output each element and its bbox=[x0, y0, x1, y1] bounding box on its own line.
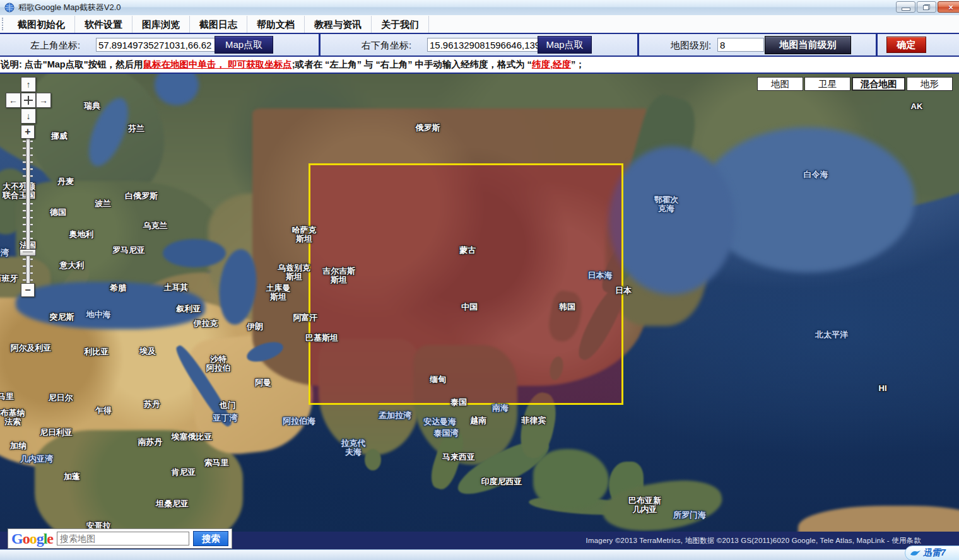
pan-left-button[interactable]: ← bbox=[6, 93, 21, 108]
google-search-panel: Google 搜索 bbox=[8, 528, 232, 549]
bird-icon bbox=[910, 549, 921, 557]
instruction-segment: 说明: 点击"Map点取"按钮，然后用 bbox=[1, 59, 143, 69]
attribution-text: Imagery ©2013 TerraMetrics, 地图数据 ©2013 G… bbox=[586, 536, 921, 545]
map-label: 比斯开湾 bbox=[0, 248, 9, 257]
title-bar: 稻歌Google Map截获器V2.0 × bbox=[0, 0, 959, 16]
sea-black-sea bbox=[163, 239, 226, 267]
map-type-switcher: 地图卫星混合地图地形 bbox=[756, 77, 953, 91]
map-search-input[interactable] bbox=[57, 532, 189, 545]
terrain-australia bbox=[798, 506, 959, 532]
map-label: 北太平洋 bbox=[815, 330, 848, 339]
instruction-text: 说明: 点击"Map点取"按钮，然后用鼠标在地图中单击， 即可获取坐标点;或者在… bbox=[1, 59, 585, 71]
menu-item[interactable]: 关于我们 bbox=[372, 16, 429, 33]
pan-down-button[interactable]: ↓ bbox=[21, 108, 36, 124]
zoom-slider-rail[interactable] bbox=[26, 138, 30, 286]
xunlei-label: 迅雷7 bbox=[923, 547, 946, 559]
zoom-slider-handle[interactable] bbox=[20, 249, 36, 256]
google-logo: Google bbox=[11, 531, 53, 546]
restore-icon bbox=[923, 4, 930, 10]
pan-center-button[interactable] bbox=[21, 93, 36, 108]
pan-right-button[interactable]: → bbox=[36, 93, 51, 108]
zoom-level-input[interactable] bbox=[717, 38, 764, 52]
arrow-up-icon: ↑ bbox=[26, 79, 31, 90]
close-button[interactable]: × bbox=[938, 1, 959, 13]
window-title: 稻歌Google Map截获器V2.0 bbox=[18, 2, 121, 13]
zoom-level-label: 地图级别: bbox=[671, 40, 711, 52]
map-pick-button-bottomright[interactable]: Map点取 bbox=[538, 36, 592, 54]
search-button[interactable]: 搜索 bbox=[193, 531, 228, 546]
arrow-right-icon: → bbox=[39, 95, 48, 105]
menu-item[interactable]: 图库浏览 bbox=[132, 16, 190, 33]
instruction-bar: 说明: 点击"Map点取"按钮，然后用鼠标在地图中单击， 即可获取坐标点;或者在… bbox=[0, 57, 959, 74]
app-window: 稻歌Google Map截获器V2.0 × 截图初始化软件设置图库浏览截图日志帮… bbox=[0, 0, 959, 560]
restore-button[interactable] bbox=[917, 1, 936, 13]
zoom-out-button[interactable]: − bbox=[21, 283, 35, 297]
menu-bar: 截图初始化软件设置图库浏览截图日志帮助文档教程与资讯关于我们 bbox=[0, 15, 959, 33]
close-icon: × bbox=[948, 3, 953, 12]
menu-item[interactable]: 帮助文档 bbox=[247, 16, 305, 33]
pan-up-button[interactable]: ↑ bbox=[21, 77, 36, 92]
map-label: HI bbox=[879, 384, 887, 393]
arrow-down-icon: ↓ bbox=[26, 111, 31, 121]
menu-item[interactable]: 软件设置 bbox=[75, 16, 132, 33]
coordinate-toolbar: 左上角坐标: Map点取 右下角坐标: Map点取 地图级别: 地图当前级别 确… bbox=[0, 33, 959, 57]
zoom-in-button[interactable]: + bbox=[21, 125, 35, 139]
confirm-button[interactable]: 确定 bbox=[886, 37, 926, 53]
arrow-left-icon: ← bbox=[9, 95, 18, 105]
toolbar-separator bbox=[876, 34, 878, 55]
top-left-coord-input[interactable] bbox=[96, 38, 216, 52]
map-pick-button-topleft[interactable]: Map点取 bbox=[215, 36, 273, 54]
terrain-borneo bbox=[533, 449, 609, 509]
instruction-segment: ”； bbox=[571, 59, 585, 69]
current-level-button[interactable]: 地图当前级别 bbox=[765, 36, 851, 54]
map-type-button[interactable]: 地形 bbox=[907, 77, 953, 91]
map-type-button[interactable]: 混合地图 bbox=[852, 77, 905, 91]
terrain-sri-lanka bbox=[365, 449, 381, 470]
menu-item[interactable]: 截图初始化 bbox=[8, 16, 75, 33]
map-type-button[interactable]: 卫星 bbox=[804, 77, 850, 91]
move-cross-icon bbox=[24, 96, 33, 105]
menu-items: 截图初始化软件设置图库浏览截图日志帮助文档教程与资讯关于我们 bbox=[8, 16, 429, 33]
bottom-strip bbox=[0, 549, 959, 560]
map-type-button[interactable]: 地图 bbox=[757, 77, 803, 91]
toolbar-separator bbox=[637, 34, 639, 55]
instruction-segment: ;或者在 “左上角” 与 “右上角” 中手动输入经纬度，格式为 “ bbox=[292, 59, 532, 69]
xunlei-widget[interactable]: 迅雷7 bbox=[905, 545, 959, 560]
minimize-icon bbox=[902, 8, 910, 11]
sea-mediterranean bbox=[16, 282, 205, 329]
menu-item[interactable]: 教程与资讯 bbox=[305, 16, 372, 33]
selection-rectangle[interactable] bbox=[309, 163, 623, 405]
toolbar-separator bbox=[319, 34, 321, 55]
menu-item[interactable]: 截图日志 bbox=[190, 16, 247, 33]
toolbar-grip bbox=[2, 18, 6, 30]
bottom-right-coord-input[interactable] bbox=[427, 38, 541, 52]
minimize-button[interactable] bbox=[896, 1, 915, 13]
instruction-segment: 纬度,经度 bbox=[532, 59, 571, 69]
instruction-segment: 鼠标在地图中单击， 即可获取坐标点 bbox=[143, 59, 292, 69]
map-viewport[interactable]: 瑞典芬兰挪威俄罗斯丹麦大不列颠联合王国白俄罗斯波兰德国乌克兰奥地利罗马尼亚法国意… bbox=[0, 74, 959, 532]
sea-okhotsk bbox=[609, 146, 735, 295]
globe-app-icon bbox=[4, 3, 15, 13]
window-controls: × bbox=[896, 1, 959, 13]
bottom-right-coord-label: 右下角坐标: bbox=[362, 40, 411, 52]
top-left-coord-label: 左上角坐标: bbox=[30, 40, 80, 52]
